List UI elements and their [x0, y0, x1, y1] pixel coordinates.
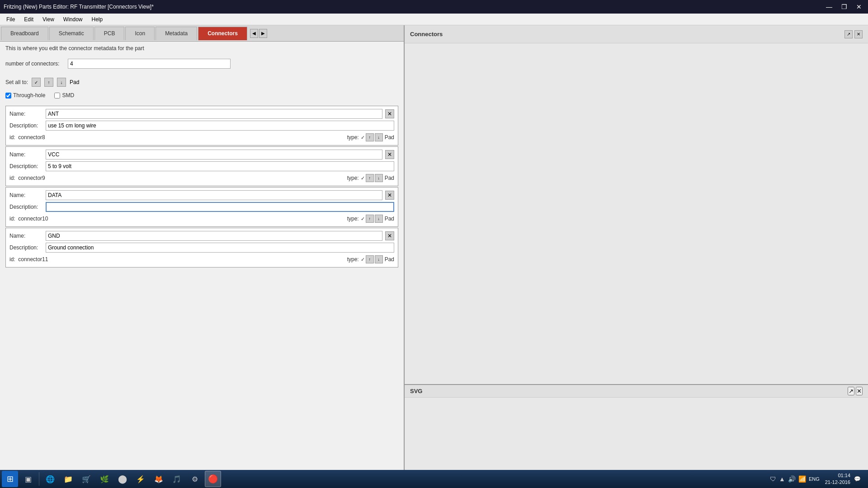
connector-type-down-1[interactable]: ↓: [375, 174, 383, 182]
connector-desc-row-3: Description:: [9, 243, 394, 253]
connector-id-1: id: connector9: [9, 175, 45, 181]
connector-name-input-0[interactable]: [46, 109, 382, 119]
taskbar-fritzing[interactable]: 🔴: [205, 471, 221, 487]
connector-type-down-0[interactable]: ↓: [375, 133, 383, 141]
menu-edit[interactable]: Edit: [19, 14, 38, 24]
taskbar-media[interactable]: 🎵: [169, 471, 185, 487]
connector-type-up-1[interactable]: ↑: [366, 174, 374, 182]
tab-prev-button[interactable]: ◀: [250, 29, 258, 38]
connector-type-down-3[interactable]: ↓: [375, 255, 383, 263]
connector-type-up-2[interactable]: ↑: [366, 215, 374, 223]
connector-name-row-0: Name: ✕: [9, 109, 394, 119]
tab-bar: Breadboard Schematic PCB Icon Metadata C…: [0, 25, 404, 42]
tab-icon[interactable]: Icon: [125, 27, 155, 40]
connector-type-up-0[interactable]: ↑: [366, 133, 374, 141]
menu-window[interactable]: Window: [59, 14, 87, 24]
connector-desc-input-1[interactable]: [46, 161, 394, 171]
tab-breadboard[interactable]: Breadboard: [1, 27, 48, 40]
window-title: Fritzing (New) Parts Editor: RF Transmit…: [4, 4, 154, 10]
info-text: This is where you edit the connector met…: [0, 42, 404, 55]
connector-block-1: Name: ✕ Description: id: connector9 type…: [5, 146, 398, 186]
tab-schematic[interactable]: Schematic: [49, 27, 94, 40]
svg-panel: SVG ↗ ✕: [405, 384, 868, 474]
connector-id-0: id: connector8: [9, 134, 45, 141]
connectors-area[interactable]: Name: ✕ Description: id: connector8 type…: [0, 102, 404, 474]
taskbar-chrome[interactable]: ⬤: [114, 471, 131, 487]
smd-checkbox[interactable]: [54, 93, 60, 99]
connector-name-label-2: Name:: [9, 192, 46, 198]
connector-name-input-2[interactable]: [46, 190, 382, 200]
network-icon: 📶: [798, 475, 806, 483]
connector-type-controls-0: ✓ ↑ ↓: [361, 133, 383, 141]
connector-block-0: Name: ✕ Description: id: connector8 type…: [5, 106, 398, 145]
connector-desc-row-2: Description:: [9, 202, 394, 212]
connector-type-up-3[interactable]: ↑: [366, 255, 374, 263]
system-clock[interactable]: 01:14 21-12-2016: [825, 472, 850, 486]
connector-desc-label-1: Description:: [9, 163, 46, 169]
svg-panel-header: SVG ↗ ✕: [405, 385, 868, 398]
right-panel-content: [405, 43, 868, 384]
connector-close-2[interactable]: ✕: [385, 191, 394, 200]
taskbar-firefox[interactable]: 🦊: [151, 471, 167, 487]
connector-type-3: type: ✓ ↑ ↓ Pad: [347, 255, 394, 263]
connector-desc-label-3: Description:: [9, 244, 46, 251]
connector-desc-row-0: Description:: [9, 121, 394, 131]
set-all-label: Set all to:: [5, 79, 28, 85]
taskbar-store[interactable]: 🛒: [78, 471, 94, 487]
connector-desc-label-0: Description:: [9, 122, 46, 129]
svg-panel-float-button[interactable]: ↗: [848, 387, 854, 395]
menu-view[interactable]: View: [38, 14, 59, 24]
set-all-check-button[interactable]: ✓: [32, 78, 41, 87]
connector-type-1: type: ✓ ↑ ↓ Pad: [347, 174, 394, 182]
task-view-button[interactable]: ▣: [20, 471, 36, 487]
taskbar-explorer[interactable]: 📁: [60, 471, 76, 487]
tab-navigation: ◀ ▶: [250, 29, 267, 38]
tab-pcb[interactable]: PCB: [94, 27, 125, 40]
connector-name-input-1[interactable]: [46, 150, 382, 160]
connector-close-0[interactable]: ✕: [385, 109, 394, 118]
set-all-value: Pad: [70, 79, 79, 85]
close-button[interactable]: ✕: [854, 2, 864, 11]
notification-button[interactable]: 💬: [852, 470, 863, 488]
start-button[interactable]: ⊞: [2, 471, 18, 487]
language-indicator: ENG: [809, 476, 820, 482]
connector-close-1[interactable]: ✕: [385, 150, 394, 159]
menu-file[interactable]: File: [2, 14, 19, 24]
taskbar-settings[interactable]: ⚙: [187, 471, 203, 487]
connector-desc-input-3[interactable]: [46, 243, 394, 253]
connector-name-input-3[interactable]: [46, 231, 382, 241]
smd-label[interactable]: SMD: [54, 92, 74, 99]
svg-panel-close-button[interactable]: ✕: [856, 387, 863, 395]
connector-type-value-3: Pad: [385, 256, 394, 263]
set-all-down-button[interactable]: ↓: [57, 78, 66, 87]
set-all-row: Set all to: ✓ ↑ ↓ Pad: [0, 76, 404, 89]
minimize-button[interactable]: —: [823, 2, 835, 11]
maximize-button[interactable]: ❐: [839, 2, 850, 11]
right-panel-close-button[interactable]: ✕: [854, 30, 863, 38]
set-all-up-button[interactable]: ↑: [44, 78, 53, 87]
right-panel-controls: ↗ ✕: [844, 30, 863, 38]
taskbar-ie[interactable]: 🌐: [42, 471, 58, 487]
shield-icon: 🛡: [770, 475, 776, 483]
num-connectors-label: number of connectors:: [5, 61, 64, 67]
sys-tray: 🛡 ▲ 🔊 📶 ENG: [766, 470, 823, 488]
checkbox-row: Through-hole SMD: [0, 89, 404, 102]
connector-desc-input-2[interactable]: [46, 202, 394, 212]
through-hole-checkbox[interactable]: [5, 93, 11, 99]
through-hole-label[interactable]: Through-hole: [5, 92, 45, 99]
menu-help[interactable]: Help: [87, 14, 108, 24]
taskbar-arduino[interactable]: ⚡: [132, 471, 149, 487]
right-panel-float-button[interactable]: ↗: [844, 30, 853, 38]
taskbar-app1[interactable]: 🌿: [96, 471, 113, 487]
connector-desc-input-0[interactable]: [46, 121, 394, 131]
tab-metadata[interactable]: Metadata: [156, 27, 197, 40]
tab-connectors[interactable]: Connectors: [198, 27, 247, 40]
connector-block-2: Name: ✕ Description: id: connector10 typ…: [5, 187, 398, 227]
connector-type-down-2[interactable]: ↓: [375, 215, 383, 223]
window-controls[interactable]: — ❐ ✕: [823, 2, 864, 11]
tab-next-button[interactable]: ▶: [259, 29, 267, 38]
num-connectors-input[interactable]: [68, 59, 231, 69]
connector-close-3[interactable]: ✕: [385, 231, 394, 240]
connector-id-3: id: connector11: [9, 256, 48, 263]
taskbar-right: 🛡 ▲ 🔊 📶 ENG 01:14 21-12-2016 💬: [766, 470, 866, 488]
